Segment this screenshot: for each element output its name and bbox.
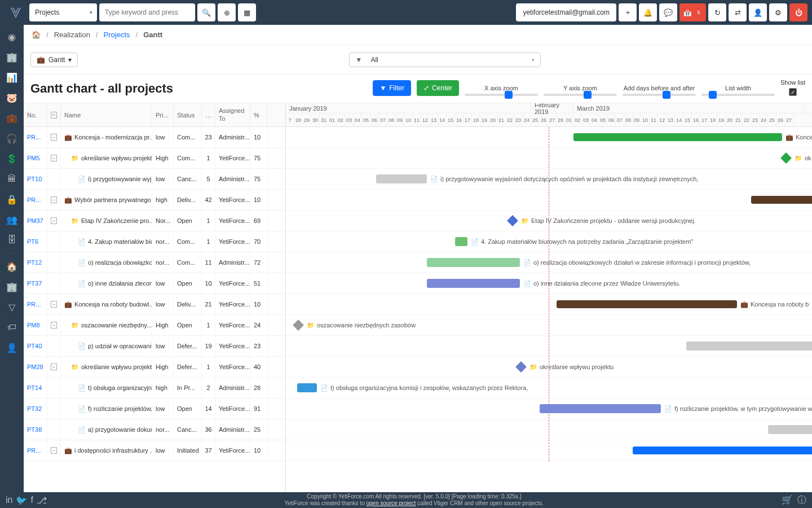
project-bar[interactable] [633,446,812,454]
project-bar[interactable] [751,196,812,204]
expand-toggle[interactable]: - [47,211,61,231]
support-icon[interactable]: 🎧 [1,129,23,148]
module-select[interactable]: Projects [29,3,97,21]
row-no[interactable]: PM28 [24,357,47,377]
expand-toggle[interactable] [47,419,61,440]
table-row[interactable]: PT38📄a) przygotowanie dokum...nor...Canc… [24,419,285,440]
expand-toggle[interactable] [47,231,61,252]
expand-toggle[interactable]: - [47,127,61,147]
header-no[interactable]: No. [24,103,47,126]
row-no[interactable]: PM37 [24,211,47,231]
info-icon[interactable]: ⓘ [797,494,806,506]
row-no[interactable]: PR... [24,440,47,461]
briefcase-icon[interactable]: 💼 [1,108,23,128]
expand-toggle[interactable] [47,273,61,294]
row-no[interactable]: PM8 [24,315,47,335]
task-bar[interactable] [427,279,520,288]
row-no[interactable]: PT32 [24,398,47,419]
expand-toggle[interactable]: - [47,315,61,335]
row-no[interactable]: PT10 [24,169,47,189]
y-zoom-slider[interactable]: Y axis zoom [544,85,617,96]
table-row[interactable]: PM28-📁określanie wpływu projektuHighDefe… [24,357,285,378]
project-bar[interactable] [573,133,782,141]
piggybank-icon[interactable]: 🐷 [1,88,23,107]
breadcrumb-projects[interactable]: Projects [104,30,130,39]
header-status[interactable]: Status [174,103,202,126]
github-icon[interactable]: ⎇ [37,495,47,506]
filter-button[interactable]: ▼Filter [373,80,411,96]
user-email[interactable]: yetiforcetestmail@gmail.com [516,3,616,21]
history-button[interactable]: ↻ [708,3,726,21]
table-row[interactable]: PM8-📁oszacowanie niezbędny...HighOpen1Ye… [24,315,285,336]
row-no[interactable]: PT14 [24,378,47,398]
profile-button[interactable]: 👤 [749,3,767,21]
show-list-toggle[interactable]: Show list✓ [780,79,805,96]
table-row[interactable]: PT12📄o) realizacja obowiązkow...nor...Co… [24,252,285,273]
task-bar[interactable] [376,174,427,183]
milestone-diamond[interactable] [780,152,792,164]
account-icon[interactable]: 👤 [1,338,23,357]
building-icon[interactable]: 🏛 [1,169,23,189]
row-no[interactable]: PT12 [24,252,47,273]
linkedin-icon[interactable]: in [6,495,12,506]
gantt-dropdown[interactable]: 💼 Gantt ▾ [30,52,78,67]
table-row[interactable]: PT6📄4. Zakup materiałów biur...nor...Com… [24,231,285,252]
campaigns-icon[interactable]: 📊 [1,68,23,87]
task-bar[interactable] [768,425,812,434]
expand-toggle[interactable] [47,398,61,419]
header-assigned[interactable]: Assigned To [215,103,250,126]
add-days-slider[interactable]: Add days before and after [623,85,696,96]
expand-toggle[interactable]: - [47,440,61,461]
row-no[interactable]: PR... [24,294,47,314]
table-row[interactable]: PR...-💼Koncesja na roboty budowl...lowDe… [24,294,285,315]
task-bar[interactable] [540,404,661,413]
header-expand[interactable]: − [47,103,61,126]
row-no[interactable]: PT40 [24,336,47,356]
money-icon[interactable]: 💲 [1,149,23,168]
expand-toggle[interactable]: - [47,190,61,210]
expand-toggle[interactable] [47,378,61,398]
org-icon[interactable]: 🏢 [1,277,23,296]
locate-button[interactable]: ⊕ [218,3,236,21]
table-row[interactable]: PR...-💼Koncesja - modernizacja pr...lowC… [24,127,285,148]
table-row[interactable]: PM37-📁Etap IV Zakończenie pro...Nor...Op… [24,211,285,231]
table-row[interactable]: PT32📄f) rozliczanie projektów, ...lowOpe… [24,398,285,419]
chat-button[interactable]: 💬 [659,3,677,21]
add-button[interactable]: ＋ [619,3,637,21]
table-row[interactable]: PT40📄p) udział w opracowaniu ...lowDefer… [24,336,285,357]
companies-icon[interactable]: 🏢 [1,47,23,67]
settings-button[interactable]: ⚙ [769,3,787,21]
header-name[interactable]: Name [61,103,152,126]
notifications-button[interactable]: 🔔 [639,3,657,21]
all-filter-dropdown[interactable]: ▼ All [349,52,541,67]
table-row[interactable]: PR...-💼i dostępności infrastruktury ...l… [24,440,285,461]
row-no[interactable]: PT37 [24,273,47,294]
row-no[interactable]: PR... [24,127,47,147]
twitter-icon[interactable]: 🐦 [16,495,27,506]
search-input[interactable] [99,3,195,21]
facebook-icon[interactable]: f [30,495,33,506]
expand-toggle[interactable] [47,169,61,189]
row-no[interactable]: PT38 [24,419,47,440]
milestone-diamond[interactable] [293,319,304,331]
task-bar[interactable] [427,258,520,267]
users-icon[interactable]: 👥 [1,210,23,229]
header-priority[interactable]: Pri... [152,103,174,126]
dashboard-icon[interactable]: ◉ [1,27,23,46]
database-icon[interactable]: 🗄 [1,230,23,249]
security-icon[interactable]: 🔒 [1,190,23,209]
task-bar[interactable] [686,341,812,351]
milestone-diamond[interactable] [507,215,518,226]
filter-nav-icon[interactable]: ▽ [1,297,23,317]
x-zoom-slider[interactable]: X axis zoom [465,85,538,96]
row-no[interactable]: PT6 [24,231,47,252]
search-button[interactable]: 🔍 [197,3,215,21]
logout-button[interactable]: ⏻ [789,3,807,21]
project-bar[interactable] [557,300,737,308]
expand-toggle[interactable]: - [47,294,61,314]
table-row[interactable]: PT14📄t) obsługa organizacyjna ...highIn … [24,378,285,398]
gantt-chart[interactable]: January 2019February 2019March 2019 7282… [286,103,812,492]
expand-toggle[interactable]: - [47,148,61,168]
row-no[interactable]: PR... [24,190,47,210]
list-width-slider[interactable]: List width [701,85,775,96]
